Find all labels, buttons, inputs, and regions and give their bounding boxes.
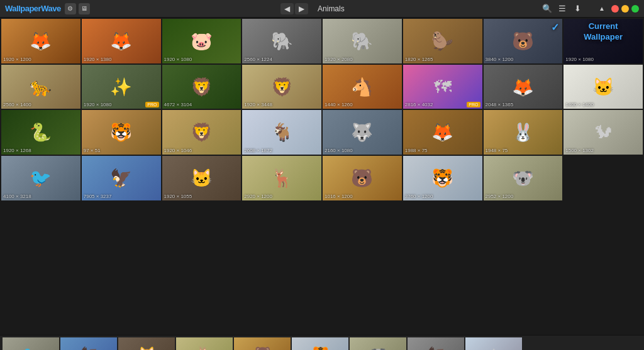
resolution-label: 2160 × 1080 [325,148,353,153]
wallpaper-thumb-14[interactable]: 🦊2048 × 1365 [484,65,563,109]
resolution-label: 1400 × 1400 [565,102,594,107]
resolution-label: 4672 × 3104 [164,102,192,107]
wifi-icon: ▲ [599,5,605,12]
settings-icon[interactable]: ⚙ [65,3,76,14]
resolution-label: 1920 × 1046 [164,148,192,153]
resolution-label: 1920 × 2080 [325,57,353,62]
wallpaper-thumb-25[interactable]: 🦅7905 × 3237 [82,156,161,200]
wallpaper-thumb-18[interactable]: 🦁1920 × 1046 [162,110,242,155]
nav-arrows: ◀ ▶ [280,3,308,14]
current-wallpaper-label: Current Wallpaper [584,21,623,43]
resolution-label: 1920 × 1080 [164,57,192,62]
wallpaper-grid: 🦊1920 × 1200🦊1920 × 1380🐷1920 × 1080🐘256… [0,18,644,335]
wallpaper-thumb-11[interactable]: 🦁1920 × 3448 [242,65,321,109]
wallpaper-thumb-3[interactable]: 🐘2560 × 1224 [242,19,321,63]
strip-thumb-1[interactable]: 🦅7905 × 3237 [60,337,117,351]
app-logo: WallpaperWave [5,4,61,13]
monitor-icon[interactable]: 🖥 [79,3,90,14]
resolution-label: 1820 × 1265 [405,57,433,62]
pro-badge: PRO [145,102,158,107]
wallpaper-thumb-26[interactable]: 🐱1920 × 1055 [162,156,242,200]
resolution-label: 1988 × 75 [405,148,428,153]
resolution-label: 1016 × 1200 [325,194,353,199]
search-button[interactable]: 🔍 [541,3,553,15]
resolution-label: 2920 × 1200 [244,194,272,199]
topbar: WallpaperWave ⚙ 🖥 ◀ ▶ Animals 🔍 ☰ ⬇ ▲ [0,0,644,18]
resolution-label: 2608 × 1872 [244,148,272,153]
wallpaper-thumb-1[interactable]: 🦊1920 × 1380 [82,19,161,63]
resolution-label: 1920 × 1080 [565,57,594,62]
maximize-button[interactable] [631,5,639,13]
wallpaper-thumb-8[interactable]: 🐆2560 × 1400 [1,65,80,109]
resolution-label: 1920 × 1268 [3,148,31,153]
strip-thumb-8[interactable]: ❄2048 × 1365 [465,337,522,351]
download-button[interactable]: ⬇ [571,3,584,15]
resolution-label: 2952 × 1200 [486,194,514,199]
wallpaper-thumb-28[interactable]: 🐻1016 × 1200 [323,156,402,200]
list-view-button[interactable]: ☰ [556,3,569,15]
strip-thumb-4[interactable]: 🐻1016 × 1200 [234,337,291,351]
wallpaper-thumb-4[interactable]: 🐘1920 × 2080 [323,19,402,63]
wallpaper-thumb-21[interactable]: 🦊1988 × 75 [403,110,482,155]
back-button[interactable]: ◀ [280,3,294,14]
close-button[interactable] [611,5,619,13]
minimize-button[interactable] [621,5,629,13]
strip-thumb-0[interactable]: 🐦4100 × 3218 [3,337,59,351]
resolution-label: 7905 × 3237 [84,194,112,199]
right-icons: 🔍 ☰ ⬇ [541,3,584,15]
strip-thumb-2[interactable]: 🐱1920 × 1055 [118,337,175,351]
wallpaper-thumb-22[interactable]: 🐰1948 × 75 [484,110,563,155]
pro-badge: PRO [467,102,480,107]
resolution-label: 4100 × 3218 [3,194,31,199]
resolution-label: 3760 × 1200 [405,194,433,199]
wallpaper-thumb-13[interactable]: 🗺2816 × 4032PRO [403,65,482,109]
resolution-label: 1920 × 1080 [84,102,112,107]
wallpaper-thumb-10[interactable]: 🦁4672 × 3104 [162,65,242,109]
wallpaper-thumb-27[interactable]: 🦌2920 × 1200 [242,156,321,200]
wallpaper-thumb-2[interactable]: 🐷1920 × 1080 [162,19,242,63]
resolution-label: 2816 × 4032 [405,102,433,107]
wallpaper-thumb-7[interactable]: Current Wallpaper1920 × 1080 [564,19,643,63]
category-label: Animals [312,4,350,13]
resolution-label: 1500 × 1302 [565,148,594,153]
bottom-strip: 🐦4100 × 3218🦅7905 × 3237🐱1920 × 1055🦌292… [0,335,644,350]
resolution-label: 1440 × 1260 [325,102,353,107]
strip-thumb-7[interactable]: 🦅3200 × 2133 [408,337,464,351]
resolution-label: 1920 × 1055 [164,194,192,199]
wallpaper-thumb-6[interactable]: 🐻✓3840 × 1200 [484,19,563,63]
resolution-label: 1920 × 3448 [244,102,272,107]
wallpaper-thumb-24[interactable]: 🐦4100 × 3218 [1,156,80,200]
top-icons: ⚙ 🖥 [65,3,90,14]
resolution-label: 1948 × 75 [486,148,508,153]
resolution-label: 2560 × 1400 [3,102,31,107]
strip-thumb-5[interactable]: 🐯3760 × 1200 [292,337,348,351]
traffic-lights [611,5,639,13]
main-area: 🦊1920 × 1200🦊1920 × 1380🐷1920 × 1080🐘256… [0,18,644,335]
resolution-label: 1920 × 1200 [3,57,31,62]
resolution-label: 97 × 51 [84,148,101,153]
wallpaper-thumb-12[interactable]: 🐴1440 × 1260 [323,65,402,109]
wallpaper-thumb-29[interactable]: 🐯3760 × 1200 [403,156,482,200]
resolution-label: 1920 × 1380 [84,57,112,62]
strip-thumb-6[interactable]: 🐨2952 × 1200 [350,337,406,351]
wallpaper-thumb-15[interactable]: 🐱1400 × 1400 [564,65,643,109]
wallpaper-thumb-0[interactable]: 🦊1920 × 1200 [1,19,80,63]
resolution-label: 2560 × 1224 [244,57,272,62]
wallpaper-thumb-17[interactable]: 🐯97 × 51 [82,110,161,155]
wallpaper-thumb-16[interactable]: 🐍1920 × 1268 [1,110,80,155]
resolution-label: 3840 × 1200 [486,57,514,62]
wallpaper-thumb-9[interactable]: ✨1920 × 1080PRO [82,65,161,109]
resolution-label: 2048 × 1365 [486,102,514,107]
wallpaper-thumb-5[interactable]: 🦫1820 × 1265 [403,19,482,63]
forward-button[interactable]: ▶ [295,3,308,14]
wallpaper-thumb-20[interactable]: 🐺2160 × 1080 [323,110,402,155]
selected-checkmark: ✓ [551,21,559,33]
wallpaper-thumb-19[interactable]: 🐐2608 × 1872 [242,110,321,155]
strip-thumb-3[interactable]: 🦌2920 × 1200 [176,337,233,351]
wallpaper-thumb-30[interactable]: 🐨2952 × 1200 [484,156,563,200]
wallpaper-thumb-23[interactable]: 🐿1500 × 1302 [564,110,643,155]
